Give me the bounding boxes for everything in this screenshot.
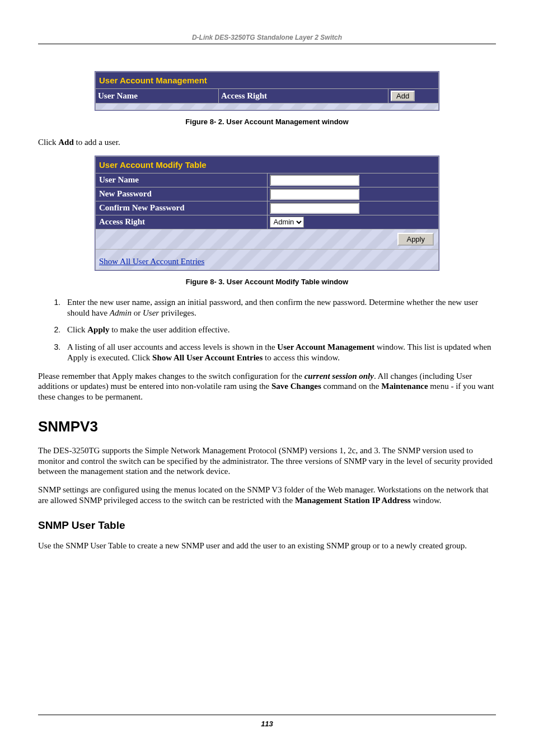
add-button[interactable]: Add bbox=[391, 91, 415, 101]
label-username: User Name bbox=[96, 173, 268, 187]
step-2: Click Apply to make the user addition ef… bbox=[63, 325, 496, 335]
label-access-right: Access Right bbox=[96, 215, 268, 229]
figure-8-2-screenshot: User Account Management User Name Access… bbox=[95, 71, 439, 111]
header-rule bbox=[38, 44, 496, 44]
label-confirm-password: Confirm New Password bbox=[96, 201, 268, 215]
username-input[interactable] bbox=[270, 175, 359, 186]
figure-8-2-caption: Figure 8- 2. User Account Management win… bbox=[38, 118, 496, 126]
column-header-access-right: Access Right bbox=[219, 89, 388, 104]
apply-button[interactable]: Apply bbox=[397, 233, 434, 246]
snmp-para-3: Use the SNMP User Table to create a new … bbox=[38, 541, 496, 551]
footer-rule bbox=[38, 715, 496, 715]
access-right-select[interactable]: Admin bbox=[270, 217, 304, 228]
snmp-para-2: SNMP settings are configured using the m… bbox=[38, 485, 496, 506]
snmp-para-1: The DES-3250TG supports the Simple Netwo… bbox=[38, 445, 496, 477]
modify-panel-title: User Account Modify Table bbox=[96, 156, 439, 173]
step-3: A listing of all user accounts and acces… bbox=[63, 342, 496, 363]
page-footer: 113 bbox=[38, 715, 496, 728]
steps-list: Enter the new user name, assign an initi… bbox=[38, 297, 496, 363]
remember-paragraph: Please remember that Apply makes changes… bbox=[38, 371, 496, 402]
figure-8-3-screenshot: User Account Modify Table User Name New … bbox=[95, 156, 439, 271]
panel-title: User Account Management bbox=[96, 72, 439, 89]
page-header: D-Link DES-3250TG Standalone Layer 2 Swi… bbox=[38, 34, 496, 44]
add-button-cell: Add bbox=[388, 89, 439, 104]
confirm-password-input[interactable] bbox=[270, 203, 359, 214]
show-all-entries-link[interactable]: Show All User Account Entries bbox=[99, 257, 204, 266]
snmpv3-heading: SNMPV3 bbox=[38, 418, 496, 435]
step-1: Enter the new user name, assign an initi… bbox=[63, 297, 496, 318]
figure-8-3-caption: Figure 8- 3. User Account Modify Table w… bbox=[38, 278, 496, 286]
empty-table-body bbox=[96, 104, 439, 110]
label-new-password: New Password bbox=[96, 187, 268, 201]
click-add-text: Click Add to add a user. bbox=[38, 137, 496, 148]
page-number: 113 bbox=[38, 720, 496, 728]
snmp-user-table-heading: SNMP User Table bbox=[38, 519, 496, 532]
column-header-username: User Name bbox=[96, 89, 219, 104]
new-password-input[interactable] bbox=[270, 189, 359, 200]
